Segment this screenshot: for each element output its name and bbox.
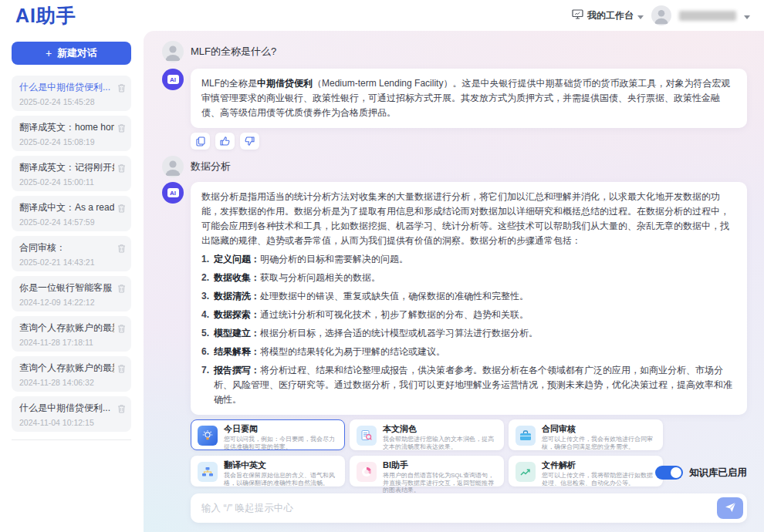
card-title: 本文润色 <box>383 424 497 434</box>
step-item: 2.数据收集：获取与分析问题相关的数据。 <box>201 271 736 285</box>
conversation-title: 翻译成英文：记得刚开始... <box>19 161 114 174</box>
conversation-title: 查询个人存款账户的最新... <box>19 362 114 375</box>
workspace-label: 我的工作台 <box>587 9 634 22</box>
knowledge-base-label: 知识库已启用 <box>689 466 747 480</box>
conversation-time: 2025-02-24 15:08:19 <box>19 137 114 146</box>
ai-avatar-icon: AI <box>162 182 184 204</box>
trash-icon[interactable] <box>117 162 126 176</box>
card-title: BI助手 <box>383 460 497 470</box>
steps-list: 1.定义问题：明确分析的目标和需要解决的问题。 2.数据收集：获取与分析问题相关… <box>201 252 736 407</box>
thumbs-up-button[interactable] <box>215 133 235 150</box>
monitor-icon <box>572 8 583 22</box>
user-avatar[interactable] <box>651 5 671 25</box>
conversation-item[interactable]: 查询个人存款账户的最新... 2024-11-28 17:18:11 <box>12 316 131 352</box>
username-redacted[interactable] <box>679 11 736 21</box>
conversation-item[interactable]: 翻译成英文：记得刚开始... 2025-02-24 15:00:11 <box>12 156 131 191</box>
sidebar-divider <box>12 439 131 440</box>
step-item: 7.报告撰写：将分析过程、结果和结论整理成报告，供决策者参考。数据分析在各个领域… <box>201 363 736 407</box>
trash-icon[interactable] <box>117 242 126 256</box>
message-actions <box>191 133 747 150</box>
copy-button[interactable] <box>191 133 210 150</box>
trash-icon[interactable] <box>117 202 126 216</box>
conversation-title: 翻译成英文：home home <box>19 121 114 134</box>
step-item: 6.结果解释：将模型的结果转化为易于理解的结论或建议。 <box>201 345 736 359</box>
top-header: AI助手 我的工作台 <box>0 0 764 31</box>
card-desc: 您可以上传文件，我会有效地进行合同审核，确保合同满足您的业务需求。 <box>542 436 656 450</box>
trash-icon[interactable] <box>117 82 126 96</box>
briefcase-icon <box>516 426 536 446</box>
card-file-parse[interactable]: 文件解析 您可以上传文件，我将帮助您进行如数据处理、信息检索、自动化办公等。 <box>509 456 663 487</box>
conversation-item[interactable]: 你是一位银行智能客服，... 2024-12-09 14:22:12 <box>12 276 131 311</box>
chat-panel: MLF的全称是什么? AI MLF的全称是中期借贷便利（Medium-term … <box>144 31 764 532</box>
user-avatar <box>162 156 184 177</box>
trash-icon[interactable] <box>117 362 126 376</box>
knowledge-base-toggle[interactable]: 知识库已启用 <box>655 466 747 480</box>
card-text-polish[interactable]: 本文润色 我会帮助您进行您输入的文本润色，提高文本的流畅度和表达效果。 <box>350 419 504 450</box>
plus-icon: + <box>46 47 52 59</box>
doc-polish-icon <box>357 426 377 446</box>
thumbs-down-button[interactable] <box>240 133 259 150</box>
step-item: 1.定义问题：明确分析的目标和需要解决的问题。 <box>201 252 736 267</box>
card-title: 翻译中英文 <box>224 460 338 470</box>
ai-message-row: AI MLF的全称是中期借贷便利（Medium-term Lending Fac… <box>162 69 747 128</box>
trend-chart-icon <box>516 462 536 482</box>
card-desc: 您可以上传文件，我将帮助您进行如数据处理、信息检索、自动化办公等。 <box>542 472 656 487</box>
prompt-input-bar <box>191 493 747 523</box>
chevron-down-icon <box>744 8 750 22</box>
new-chat-button[interactable]: + 新建对话 <box>12 42 131 65</box>
conversation-time: 2024-11-28 17:18:11 <box>19 338 114 347</box>
card-contract-review[interactable]: 合同审核 您可以上传文件，我会有效地进行合同审核，确保合同满足您的业务需求。 <box>509 419 663 450</box>
app-window: AI助手 我的工作台 + <box>0 0 764 532</box>
card-title: 今日要闻 <box>224 424 338 434</box>
paper-plane-icon <box>725 502 736 515</box>
conversation-item[interactable]: 合同审核： 2025-02-21 14:43:21 <box>12 236 131 271</box>
conversation-time: 2024-11-28 14:06:32 <box>19 378 114 387</box>
conversation-time: 2025-02-24 15:00:11 <box>19 177 114 187</box>
trash-icon[interactable] <box>117 282 126 296</box>
sidebar: + 新建对话 什么是中期借贷便利... 2025-02-24 15:45:28 … <box>0 31 144 532</box>
user-message-row: MLF的全称是什么? <box>162 41 747 62</box>
user-message-text: MLF的全称是什么? <box>191 45 276 59</box>
new-chat-label: 新建对话 <box>57 46 97 60</box>
app-logo: AI助手 <box>15 3 76 29</box>
conversation-item[interactable]: 什么是中期借贷便利... 2025-02-24 15:45:28 <box>12 76 131 111</box>
trash-icon[interactable] <box>117 402 126 416</box>
user-message-text: 数据分析 <box>191 160 231 173</box>
conversation-title: 你是一位银行智能客服，... <box>19 281 114 295</box>
ai-message-row: AI 数据分析是指用适当的统计分析方法对收集来的大量数据进行分析，将它们加以汇总… <box>162 182 747 415</box>
conversation-item[interactable]: 查询个人存款账户的最新... 2024-11-28 14:06:32 <box>12 356 131 392</box>
conversation-time: 2025-02-21 14:43:21 <box>19 258 114 267</box>
card-translate[interactable]: 翻译中英文 我会旨在保留原始信息的含义、语气和风格，以确保翻译的准确性和自然流畅… <box>191 456 345 487</box>
step-item: 4.数据探索：通过统计分析和可视化技术，初步了解数据的分布、趋势和关联。 <box>201 308 736 322</box>
conversation-title: 查询个人存款账户的最新... <box>19 322 114 335</box>
conversation-title: 什么是中期借贷便利... <box>19 402 114 415</box>
card-desc: 您可以问我，例如：今日要闻，我会尽力提供准确和可靠的答案。 <box>224 436 338 450</box>
ai-avatar-icon: AI <box>162 69 184 90</box>
ai-text-bold: 中期借贷便利 <box>257 78 313 89</box>
user-avatar <box>162 41 184 62</box>
conversation-title: 翻译成中文：As a reader... <box>19 201 114 214</box>
card-bi-assistant[interactable]: BI助手 将用户的自然语言转化为SQL查询语句，并直接与数据库进行交互，返回智能… <box>350 456 504 487</box>
trash-icon[interactable] <box>117 122 126 136</box>
step-item: 5.模型建立：根据分析目标，选择合适的统计模型或机器学习算法进行数据分析。 <box>201 326 736 341</box>
card-title: 合同审核 <box>542 424 656 434</box>
card-desc: 我会帮助您进行您输入的文本润色，提高文本的流畅度和表达效果。 <box>383 436 497 450</box>
ai-text: MLF的全称是 <box>201 78 257 89</box>
prompt-input[interactable] <box>201 503 717 513</box>
workspace-menu[interactable]: 我的工作台 <box>572 8 644 22</box>
send-button[interactable] <box>717 497 743 519</box>
conversation-item[interactable]: 翻译成中文：As a reader... 2025-02-24 14:57:59 <box>12 196 131 231</box>
translate-icon <box>198 462 218 482</box>
conversation-time: 2025-02-24 15:45:28 <box>19 97 114 106</box>
toggle-on-icon[interactable] <box>655 466 683 480</box>
ai-text: 数据分析是指用适当的统计分析方法对收集来的大量数据进行分析，将它们加以汇总和理解… <box>201 191 729 246</box>
conversation-title: 合同审核： <box>19 241 114 254</box>
conversation-time: 2025-02-24 14:57:59 <box>19 217 114 227</box>
card-desc: 我会旨在保留原始信息的含义、语气和风格，以确保翻译的准确性和自然流畅。 <box>224 472 338 487</box>
conversation-item[interactable]: 翻译成英文：home home 2025-02-24 15:08:19 <box>12 116 131 151</box>
conversation-item[interactable]: 什么是中期借贷便利... 2024-11-04 10:12:15 <box>12 396 131 432</box>
conversation-list: 什么是中期借贷便利... 2025-02-24 15:45:28 翻译成英文：h… <box>12 76 131 432</box>
conversation-time: 2024-12-09 14:22:12 <box>19 298 114 307</box>
card-daily-news[interactable]: 今日要闻 您可以问我，例如：今日要闻，我会尽力提供准确和可靠的答案。 <box>191 419 345 450</box>
trash-icon[interactable] <box>117 322 126 336</box>
